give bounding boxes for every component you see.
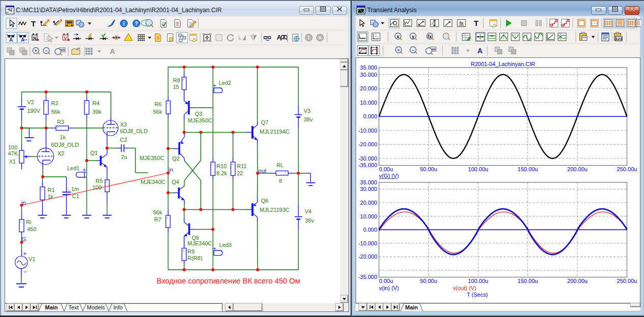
- svg-text:+: +: [35, 48, 37, 53]
- svg-text:v(in) (V): v(in) (V): [379, 285, 399, 291]
- svg-text:20.000: 20.000: [360, 200, 377, 206]
- svg-text:+: +: [23, 250, 26, 257]
- svg-text:out: out: [258, 168, 267, 174]
- svg-text:MJE340C: MJE340C: [188, 240, 212, 246]
- svg-text:0.00u: 0.00u: [379, 166, 393, 172]
- svg-text:Main: Main: [45, 304, 57, 310]
- svg-text:-20.000: -20.000: [358, 141, 377, 147]
- svg-text:100.00u: 100.00u: [468, 166, 488, 172]
- svg-text:56k: 56k: [153, 109, 162, 115]
- svg-text:50.00u: 50.00u: [420, 278, 437, 284]
- svg-text:R4: R4: [93, 100, 100, 106]
- svg-text:30.000: 30.000: [360, 186, 377, 192]
- svg-text:Q1: Q1: [91, 150, 98, 156]
- svg-text:C1: C1: [72, 193, 79, 199]
- svg-text:200.00u: 200.00u: [567, 278, 588, 284]
- svg-text:−: −: [23, 268, 27, 275]
- svg-text:MJE340C: MJE340C: [141, 179, 165, 185]
- svg-text:MJL21194C: MJL21194C: [260, 129, 290, 135]
- svg-text:X2: X2: [57, 150, 64, 156]
- svg-text:20.000: 20.000: [360, 85, 377, 91]
- svg-text:450: 450: [27, 226, 37, 232]
- svg-text:Main: Main: [405, 304, 418, 310]
- svg-text:+: +: [213, 245, 216, 251]
- svg-text:RL: RL: [277, 162, 284, 168]
- svg-text:150.00u: 150.00u: [518, 278, 538, 284]
- svg-text:i: i: [123, 20, 125, 26]
- svg-text:38v: 38v: [304, 116, 313, 122]
- svg-text:Входное сопротивление ВК всего: Входное сопротивление ВК всего 450 Ом: [157, 277, 300, 285]
- svg-text:56k: 56k: [153, 209, 162, 215]
- svg-text:56k: 56k: [51, 109, 61, 115]
- svg-text:T: T: [474, 19, 478, 27]
- svg-text:150.00u: 150.00u: [518, 166, 538, 172]
- svg-text:v(G) (V): v(G) (V): [379, 173, 399, 179]
- svg-text:y: y: [412, 34, 414, 39]
- svg-text:6DJ8_OLD: 6DJ8_OLD: [51, 142, 79, 148]
- svg-text:V: V: [64, 36, 67, 41]
- svg-text:in: in: [169, 167, 173, 173]
- svg-text:R5: R5: [96, 178, 103, 184]
- svg-text:1k: 1k: [60, 134, 66, 140]
- svg-text:47K: 47K: [8, 150, 18, 156]
- svg-text:R2001-04_Lachinyan.CIR: R2001-04_Lachinyan.CIR: [471, 61, 535, 67]
- svg-text:MJE350C: MJE350C: [140, 155, 164, 161]
- svg-text:R7: R7: [154, 216, 161, 223]
- svg-text:+: +: [83, 167, 86, 173]
- svg-text:G: G: [22, 236, 26, 242]
- svg-text:R9: R9: [188, 248, 195, 255]
- svg-text:0.00u: 0.00u: [379, 278, 393, 284]
- svg-text:Q4: Q4: [172, 179, 180, 185]
- svg-text:39k: 39k: [93, 109, 102, 115]
- svg-text:100: 100: [8, 144, 17, 150]
- svg-text:R1: R1: [48, 187, 55, 193]
- svg-text:35.000: 35.000: [360, 65, 377, 71]
- svg-text:V3: V3: [304, 108, 310, 114]
- svg-text:C2: C2: [120, 137, 127, 143]
- svg-text:V4: V4: [305, 208, 311, 214]
- svg-text:100: 100: [93, 184, 102, 191]
- svg-text:R8: R8: [173, 77, 180, 83]
- svg-text:100.00u: 100.00u: [468, 278, 488, 284]
- svg-text:A: A: [110, 47, 115, 55]
- svg-text:Text: Text: [68, 304, 78, 310]
- svg-text:123: 123: [615, 37, 622, 41]
- svg-text:22: 22: [237, 170, 243, 176]
- svg-text:A: A: [21, 37, 24, 43]
- svg-text:R(R8): R(R8): [188, 255, 202, 261]
- svg-text:MJE350C: MJE350C: [188, 117, 212, 123]
- svg-text:+: +: [397, 48, 399, 53]
- svg-text:R11: R11: [237, 163, 247, 169]
- svg-text:8: 8: [279, 178, 282, 184]
- svg-text:-35.000: -35.000: [358, 162, 377, 168]
- svg-text:8.2k: 8.2k: [217, 170, 227, 176]
- svg-text:−: −: [45, 48, 47, 53]
- svg-text:v(out) (V): v(out) (V): [453, 285, 477, 291]
- svg-text:250.00u: 250.00u: [617, 278, 637, 284]
- svg-text:−: −: [412, 48, 414, 53]
- svg-text:-35.000: -35.000: [358, 274, 377, 280]
- svg-text:?: ?: [135, 21, 138, 26]
- svg-text:1m: 1m: [71, 186, 79, 192]
- svg-text:R2: R2: [51, 100, 58, 106]
- svg-text:Led3: Led3: [219, 242, 231, 248]
- svg-text:X3: X3: [120, 121, 127, 128]
- svg-text:Q6: Q6: [261, 198, 269, 204]
- svg-text:-30.000: -30.000: [358, 155, 377, 162]
- svg-text:Info: Info: [113, 304, 123, 310]
- svg-text:Led2: Led2: [219, 80, 231, 86]
- svg-text:10.000: 10.000: [360, 213, 377, 219]
- svg-text:X1: X1: [9, 158, 16, 165]
- svg-text:A: A: [477, 47, 482, 55]
- svg-text:0.000: 0.000: [363, 113, 377, 119]
- svg-text:6DJ8_OLD: 6DJ8_OLD: [120, 128, 148, 134]
- svg-text:38v: 38v: [305, 217, 314, 224]
- svg-text:MJL21193C: MJL21193C: [260, 207, 290, 213]
- svg-text:-10.000: -10.000: [358, 128, 377, 134]
- svg-text:V1: V1: [28, 256, 35, 262]
- svg-text:V2: V2: [27, 99, 34, 105]
- svg-text:10.000: 10.000: [360, 100, 377, 106]
- svg-text:Q3: Q3: [195, 111, 202, 117]
- svg-text:15: 15: [173, 84, 179, 90]
- svg-text:T (Secs): T (Secs): [467, 292, 488, 298]
